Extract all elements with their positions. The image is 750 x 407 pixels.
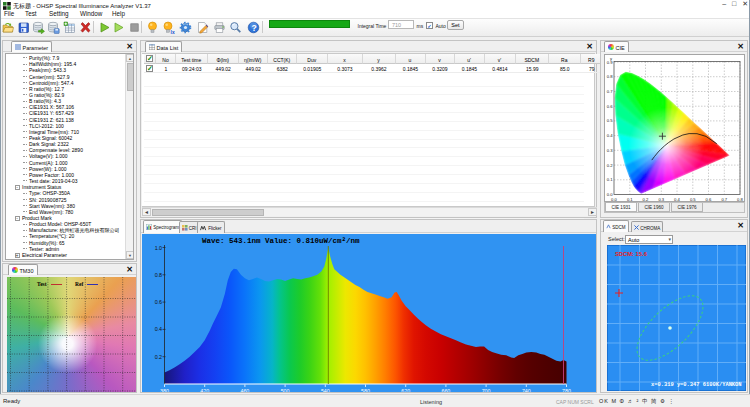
svg-text:0.3: 0.3 (658, 197, 664, 202)
svg-text:0.1: 0.1 (627, 197, 633, 202)
svg-text:580: 580 (361, 388, 370, 393)
svg-text:460: 460 (240, 388, 249, 393)
svg-text:780: 780 (562, 388, 571, 393)
svg-text:380: 380 (160, 388, 169, 393)
svg-text:0.2: 0.2 (643, 197, 649, 202)
svg-text:740: 740 (522, 388, 531, 393)
svg-text:0.0: 0.0 (607, 192, 613, 197)
svg-text:0.4: 0.4 (607, 133, 613, 138)
svg-text:0.8: 0.8 (155, 272, 162, 278)
svg-text:0.7: 0.7 (721, 197, 727, 202)
svg-text:0.6: 0.6 (607, 104, 613, 109)
svg-text:700: 700 (482, 388, 491, 393)
svg-text:0.5: 0.5 (690, 197, 696, 202)
svg-text:500: 500 (281, 388, 290, 393)
svg-text:0.6: 0.6 (155, 299, 162, 305)
svg-text:420: 420 (200, 388, 209, 393)
svg-text:0.4: 0.4 (674, 197, 680, 202)
svg-text:x=0.319 y=0.347 6100K/YANKON: x=0.319 y=0.347 6100K/YANKON (651, 382, 742, 388)
svg-text:y: y (610, 56, 613, 61)
svg-text:0.4: 0.4 (155, 326, 162, 332)
svg-text:0.7: 0.7 (607, 89, 613, 94)
svg-text:620: 620 (401, 388, 410, 393)
svg-text:0.6: 0.6 (706, 197, 712, 202)
svg-text:Wave: 543.1nm Value: 0.810uW/c: Wave: 543.1nm Value: 0.810uW/cm²/nm (202, 237, 360, 245)
svg-text:?: ? (251, 22, 256, 32)
svg-text:lx: lx (171, 28, 175, 34)
svg-text:0.2: 0.2 (607, 163, 613, 168)
svg-text:SDCM: 15.6: SDCM: 15.6 (615, 251, 648, 257)
svg-text:0.5: 0.5 (607, 118, 613, 123)
svg-text:0.3: 0.3 (607, 148, 613, 153)
svg-text:0.2: 0.2 (155, 354, 162, 360)
svg-text:660: 660 (441, 388, 450, 393)
svg-text:540: 540 (321, 388, 330, 393)
svg-text:0.1: 0.1 (607, 177, 613, 182)
svg-text:1.0: 1.0 (155, 245, 162, 251)
svg-text:0.8: 0.8 (607, 74, 613, 79)
svg-text:0.0: 0.0 (611, 197, 617, 202)
svg-text:0.8: 0.8 (737, 197, 743, 202)
